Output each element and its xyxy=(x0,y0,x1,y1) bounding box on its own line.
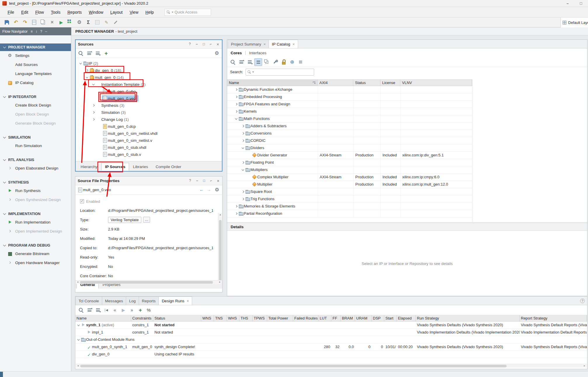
percent-icon[interactable] xyxy=(145,306,153,314)
flow-nav-row[interactable]: Language Templates xyxy=(0,69,71,78)
ip-catalog-row[interactable]: Trig Functions xyxy=(227,196,472,203)
expand-all-icon[interactable] xyxy=(246,58,254,66)
expander-icon[interactable] xyxy=(241,168,245,172)
collapse-all-icon[interactable] xyxy=(85,50,93,57)
minimize-icon[interactable] xyxy=(195,179,199,183)
collapse-all-icon[interactable] xyxy=(86,306,93,314)
back-icon[interactable] xyxy=(111,306,119,314)
column-header[interactable]: TNS xyxy=(214,315,227,321)
add-icon[interactable] xyxy=(102,50,110,57)
float-icon[interactable] xyxy=(209,42,213,47)
design-run-row[interactable]: impl_1 constrs_1 Not started V xyxy=(75,329,587,336)
flow-nav-row[interactable]: IP INTEGRATOR xyxy=(0,93,71,101)
bottom-tab[interactable]: Design Runs × xyxy=(159,296,192,305)
maximize-icon[interactable] xyxy=(577,1,585,6)
flow-nav-row[interactable]: Open Synthesized Design xyxy=(0,195,71,204)
menu-item[interactable]: Flow xyxy=(32,8,48,16)
column-header[interactable]: DSP xyxy=(372,315,384,321)
resize-icon[interactable]: ↕ xyxy=(36,29,37,34)
column-header[interactable]: Name xyxy=(75,315,131,321)
column-header-name[interactable]: Name ^1 xyxy=(227,80,318,86)
bottom-tab[interactable]: Log × xyxy=(126,296,139,305)
expander-icon[interactable] xyxy=(241,160,245,165)
expander-icon[interactable] xyxy=(248,175,252,179)
bottom-tab[interactable]: Reports × xyxy=(139,296,159,305)
tree-row[interactable]: mult_gen_0.vho xyxy=(76,88,222,95)
ip-catalog-row[interactable]: Dynamic Function eXchange xyxy=(227,86,472,93)
sources-tab[interactable]: Compile Order xyxy=(152,163,185,171)
expander-icon[interactable] xyxy=(241,146,245,150)
settings-icon[interactable] xyxy=(75,19,83,26)
close-icon[interactable] xyxy=(48,19,56,26)
probe-icon[interactable] xyxy=(112,19,119,26)
ip-catalog-row[interactable]: Divider Generator AXI4-Stream Production… xyxy=(227,152,472,159)
customize-icon[interactable] xyxy=(271,58,279,66)
document-tab[interactable]: Project Summary × xyxy=(228,40,269,48)
design-run-row[interactable]: Out-of-Context Module Runs xyxy=(75,336,587,343)
ip-catalog-row[interactable]: Dividers xyxy=(227,144,472,152)
flow-nav-row[interactable]: Create Block Design xyxy=(0,101,71,110)
expander-icon[interactable] xyxy=(98,152,102,157)
menu-item[interactable]: Tools xyxy=(47,8,64,16)
expander-icon[interactable] xyxy=(79,61,83,66)
expander-icon[interactable] xyxy=(82,345,87,349)
expand-all-icon[interactable] xyxy=(94,306,102,314)
layout-selector[interactable]: Default Layou xyxy=(561,18,588,27)
tree-row[interactable]: div_gen_0 (16) xyxy=(76,67,222,74)
expander-icon[interactable] xyxy=(248,182,252,187)
close-icon[interactable]: × xyxy=(264,42,266,46)
play-icon[interactable] xyxy=(119,306,127,314)
expander-icon[interactable] xyxy=(234,109,239,114)
tab-cores[interactable]: Cores xyxy=(231,51,242,55)
add-icon[interactable] xyxy=(136,306,144,314)
tree-row[interactable]: mult_gen_0_stub.vhdl xyxy=(76,144,222,151)
menu-item[interactable]: Layout xyxy=(107,8,126,16)
flow-nav-row[interactable]: SYNTHESIS xyxy=(0,179,71,186)
flow-nav-row[interactable]: Generate Block Design xyxy=(0,119,71,128)
expander-icon[interactable] xyxy=(82,352,87,357)
tree-row[interactable]: mult_gen_0.dcp xyxy=(76,123,222,130)
horizontal-scrollbar[interactable]: ◂ ▸ xyxy=(76,364,587,368)
save-icon[interactable] xyxy=(3,19,11,26)
expander-icon[interactable] xyxy=(82,330,87,335)
horizontal-scrollbar[interactable]: ◂ ▸ xyxy=(75,280,222,284)
column-header[interactable]: Start xyxy=(384,315,397,321)
ip-catalog-row[interactable]: Kernels xyxy=(227,108,472,115)
bottom-tab[interactable]: Messages × xyxy=(102,296,126,305)
expander-icon[interactable] xyxy=(98,138,102,143)
ip-catalog-row[interactable]: Square Root xyxy=(227,188,472,196)
settings-icon[interactable] xyxy=(213,50,221,57)
bottom-tab[interactable]: Tcl Console × xyxy=(75,296,102,305)
minimize-icon[interactable] xyxy=(195,42,199,47)
details-header[interactable]: Details xyxy=(227,223,587,231)
flow-nav-row[interactable]: PROGRAM AND DEBUG xyxy=(0,242,71,249)
flow-nav-row[interactable]: SIMULATION xyxy=(0,134,71,141)
column-header[interactable]: Elapsed xyxy=(397,315,416,321)
more-button[interactable]: … xyxy=(143,217,150,223)
ip-catalog-row[interactable]: Adders & Subtracters xyxy=(227,123,472,130)
expander-icon[interactable] xyxy=(85,68,89,73)
ip-search-input[interactable] xyxy=(255,70,307,74)
column-header[interactable]: Status xyxy=(153,315,201,321)
expander-icon[interactable] xyxy=(98,145,102,150)
ip-catalog-row[interactable]: Conversions xyxy=(227,130,472,137)
scroll-left-icon[interactable]: ◂ xyxy=(76,364,80,367)
sources-tab[interactable]: Libraries xyxy=(129,163,152,171)
column-header-vlnv[interactable]: VLNV xyxy=(400,80,472,86)
quick-access-search[interactable] xyxy=(164,9,211,16)
scrollbar-thumb[interactable] xyxy=(80,365,507,367)
menu-item[interactable]: Help xyxy=(142,8,157,16)
design-run-row[interactable]: mult_gen_0_synth_1 mult_gen_0 synth_desi… xyxy=(75,343,587,351)
search-icon[interactable] xyxy=(229,58,237,66)
expander-icon[interactable] xyxy=(234,204,239,209)
column-header-axi4[interactable]: AXI4 xyxy=(318,80,353,86)
ip-catalog-row[interactable]: Memories & Storage Elements xyxy=(227,203,472,210)
edit-icon[interactable] xyxy=(102,19,110,26)
scroll-right-icon[interactable]: ▸ xyxy=(582,364,587,367)
expander-icon[interactable] xyxy=(76,338,81,342)
flow-nav-row[interactable]: Run Simulation xyxy=(0,141,71,150)
scrollbar-thumb[interactable] xyxy=(80,281,213,284)
flow-nav-row[interactable]: Open Block Design xyxy=(0,110,71,119)
ip-catalog-row[interactable]: Math Functions xyxy=(227,115,472,123)
menu-item[interactable]: Window xyxy=(85,8,107,16)
